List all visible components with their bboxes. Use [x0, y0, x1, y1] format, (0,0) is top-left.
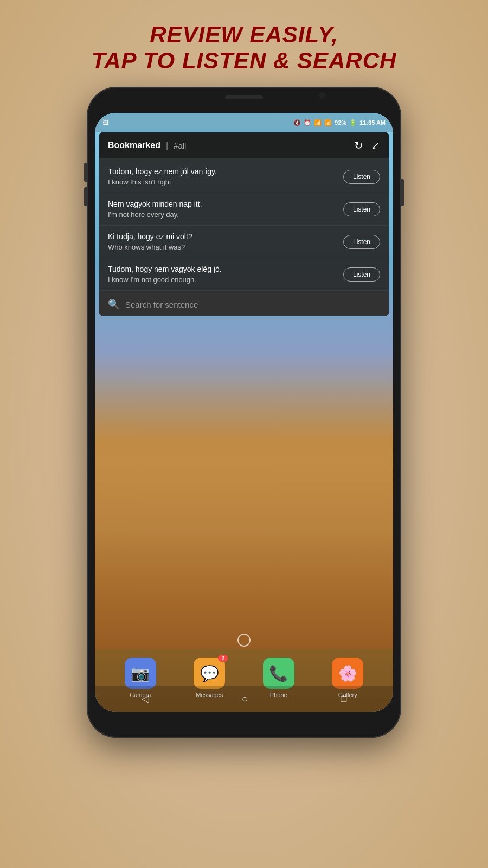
sentence-text-2: Ki tudja, hogy ez mi volt? Who knows wha… [108, 232, 337, 251]
phone-screen: 🖼 🔇 ⏰ 📶 📶 92% 🔋 11:35 AM Bookmarked | #a… [95, 113, 393, 712]
gallery-icon: 🌸 [338, 665, 357, 682]
listen-button-1[interactable]: Listen [343, 202, 380, 216]
sentence-translation-3: I know I'm not good enough. [108, 276, 337, 284]
photo-icon: 🖼 [102, 119, 109, 126]
header-line2: TAP TO LISTEN & SEARCH [0, 48, 488, 74]
volume-down-button [84, 187, 87, 206]
clock: 11:35 AM [359, 119, 386, 126]
nav-bar: ◁ ○ □ [95, 686, 393, 712]
signal-icon: 📶 [324, 119, 332, 126]
sentence-item[interactable]: Ki tudja, hogy ez mi volt? Who knows wha… [99, 226, 389, 258]
home-indicator [237, 634, 251, 647]
building-overlay [95, 378, 393, 649]
search-icon: 🔍 [108, 298, 120, 310]
status-bar-right: 🔇 ⏰ 📶 📶 92% 🔋 11:35 AM [293, 119, 386, 126]
dock-icon-gallery: 🌸 [332, 658, 363, 689]
panel-header-icons: ↻ ⤢ [354, 139, 380, 152]
expand-icon[interactable]: ⤢ [371, 139, 380, 152]
wifi-icon: 📶 [314, 119, 322, 126]
bookmarked-label: Bookmarked [108, 141, 160, 150]
header-line1: REVIEW EASILY, [0, 22, 488, 48]
listen-button-2[interactable]: Listen [343, 235, 380, 249]
search-input[interactable]: Search for sentence [125, 300, 198, 309]
sentence-translation-1: I'm not here every day. [108, 210, 337, 219]
listen-button-3[interactable]: Listen [343, 267, 380, 282]
sentence-original-2: Ki tudja, hogy ez mi volt? [108, 232, 337, 241]
status-bar-left: 🖼 [102, 119, 109, 126]
volume-up-button [84, 163, 87, 182]
sentence-item[interactable]: Nem vagyok minden nap itt. I'm not here … [99, 193, 389, 226]
sentence-translation-0: I know this isn't right. [108, 178, 337, 186]
sentence-text-0: Tudom, hogy ez nem jól van így. I know t… [108, 167, 337, 186]
sentence-list: Tudom, hogy ez nem jól van így. I know t… [99, 158, 389, 293]
dock-icon-phone: 📞 [263, 658, 294, 689]
sentence-original-1: Nem vagyok minden nap itt. [108, 200, 337, 208]
mute-icon: 🔇 [293, 119, 301, 126]
speaker-grill [225, 95, 263, 99]
sentence-item[interactable]: Tudom, hogy ez nem jól van így. I know t… [99, 161, 389, 193]
status-bar: 🖼 🔇 ⏰ 📶 📶 92% 🔋 11:35 AM [95, 113, 393, 132]
sentence-text-3: Tudom, hogy nem vagyok elég jó. I know I… [108, 265, 337, 284]
listen-button-0[interactable]: Listen [343, 170, 380, 184]
sentence-item[interactable]: Tudom, hogy nem vagyok elég jó. I know I… [99, 258, 389, 291]
panel-header: Bookmarked | #all ↻ ⤢ [99, 132, 389, 158]
sentence-original-3: Tudom, hogy nem vagyok elég jó. [108, 265, 337, 273]
dock-icon-messages: 💬 2 [194, 658, 225, 689]
badge-messages: 2 [218, 655, 228, 662]
power-button [401, 179, 404, 206]
header-title: REVIEW EASILY, TAP TO LISTEN & SEARCH [0, 22, 488, 74]
battery-percent: 92% [335, 119, 346, 126]
search-bar[interactable]: 🔍 Search for sentence [99, 293, 389, 316]
back-button[interactable]: ◁ [142, 693, 149, 705]
messages-icon: 💬 [200, 665, 219, 682]
refresh-icon[interactable]: ↻ [354, 139, 363, 152]
dock-icon-camera: 📷 [125, 658, 156, 689]
camera-icon: 📷 [131, 665, 150, 682]
home-button[interactable]: ○ [242, 693, 248, 705]
battery-icon: 🔋 [349, 119, 357, 126]
sentence-original-0: Tudom, hogy ez nem jól van így. [108, 167, 337, 176]
sentence-text-1: Nem vagyok minden nap itt. I'm not here … [108, 200, 337, 219]
recents-button[interactable]: □ [341, 693, 347, 705]
front-camera [319, 92, 325, 99]
sentence-translation-2: Who knows what it was? [108, 243, 337, 251]
panel-header-left: Bookmarked | #all [108, 141, 186, 150]
phone-shell: 🖼 🔇 ⏰ 📶 📶 92% 🔋 11:35 AM Bookmarked | #a… [87, 87, 401, 738]
alarm-icon: ⏰ [304, 119, 311, 126]
phone-icon: 📞 [269, 665, 288, 682]
app-panel: Bookmarked | #all ↻ ⤢ Tudom, hogy ez nem… [99, 132, 389, 316]
header-divider: | [166, 141, 168, 150]
tag-label: #all [174, 141, 186, 150]
